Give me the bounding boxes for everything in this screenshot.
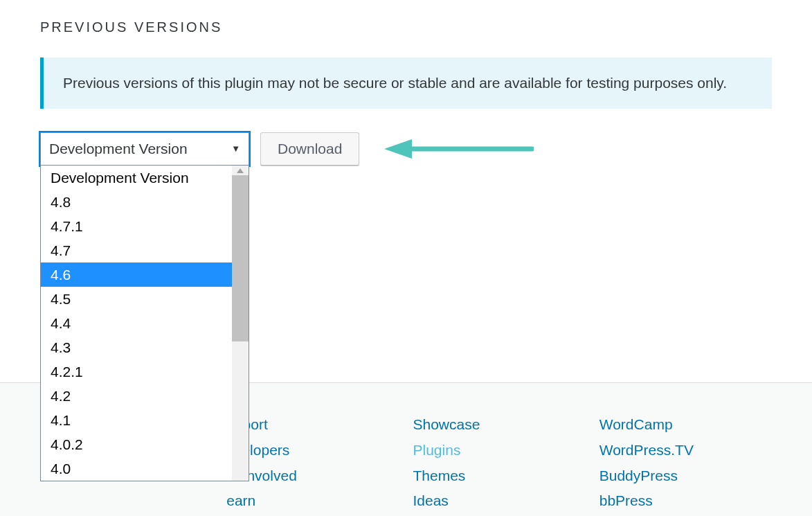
version-select[interactable]: Development Version ▼ [40, 132, 249, 166]
footer-col-3: Showcase Plugins Themes Ideas [413, 412, 586, 516]
footer-link-showcase[interactable]: Showcase [413, 412, 586, 438]
version-option[interactable]: 4.2 [41, 384, 249, 408]
version-option[interactable]: 4.8 [41, 190, 249, 214]
pointer-arrow-icon [381, 136, 534, 161]
footer-link-learn[interactable]: earn [226, 488, 399, 514]
footer-col-2: upport evelopers et Involved earn [226, 412, 399, 516]
svg-marker-1 [384, 139, 412, 159]
version-option[interactable]: 4.7 [41, 238, 249, 263]
footer-link-buddypress[interactable]: BuddyPress [599, 463, 772, 489]
section-heading: PREVIOUS VERSIONS [40, 19, 772, 35]
footer-link-get-involved[interactable]: et Involved [226, 463, 399, 489]
version-option[interactable]: 4.4 [41, 311, 249, 335]
download-button[interactable]: Download [260, 132, 359, 166]
notice-text: Previous versions of this plugin may not… [63, 75, 727, 91]
footer-link-support[interactable]: upport [226, 412, 399, 438]
notice-banner: Previous versions of this plugin may not… [40, 57, 772, 109]
footer-link-plugins[interactable]: Plugins [413, 438, 586, 463]
version-option[interactable]: 4.5 [41, 287, 249, 311]
dropdown-scroll-thumb[interactable] [232, 175, 249, 341]
version-select-label: Development Version [49, 141, 188, 157]
version-option[interactable]: 4.3 [41, 335, 249, 359]
footer-link-developers[interactable]: evelopers [226, 438, 399, 463]
version-option[interactable]: 4.7.1 [41, 214, 249, 238]
footer-link-wordcamp[interactable]: WordCamp [599, 412, 772, 438]
footer-link-themes[interactable]: Themes [413, 463, 586, 489]
footer-link-wordpresstv[interactable]: WordPress.TV [599, 438, 772, 463]
version-dropdown-list[interactable]: Development Version4.84.7.14.74.64.54.44… [40, 166, 249, 481]
footer-col-4: WordCamp WordPress.TV BuddyPress bbPress [599, 412, 772, 516]
version-option[interactable]: 4.6 [41, 263, 249, 287]
version-option[interactable]: Development Version [41, 166, 249, 190]
dropdown-scrollbar[interactable] [232, 166, 249, 481]
footer-link-bbpress[interactable]: bbPress [599, 488, 772, 514]
caret-down-icon: ▼ [231, 143, 240, 154]
version-option[interactable]: 4.2.1 [41, 359, 249, 384]
version-option[interactable]: 4.0 [41, 456, 249, 481]
footer-link-ideas[interactable]: Ideas [413, 488, 586, 514]
version-option[interactable]: 4.0.2 [41, 432, 249, 456]
version-option[interactable]: 4.1 [41, 408, 249, 432]
